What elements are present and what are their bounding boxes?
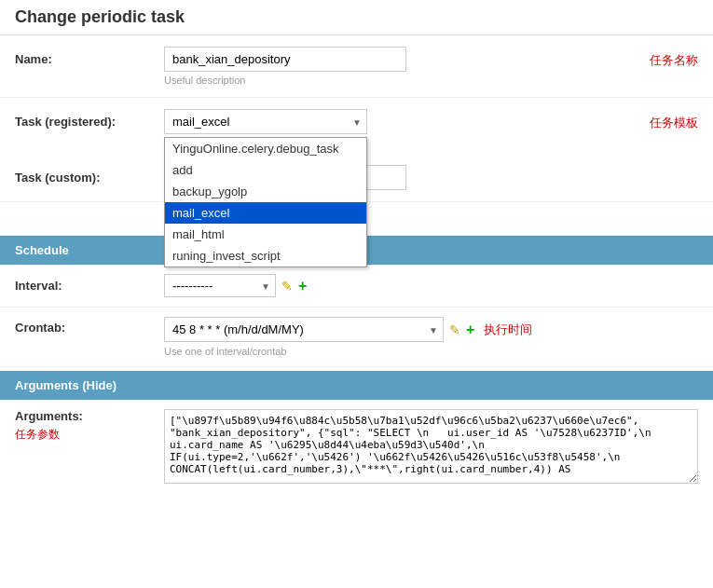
arguments-header: Arguments (Hide) bbox=[0, 371, 713, 400]
crontab-select[interactable]: 45 8 * * * (m/h/d/dM/MY) bbox=[164, 317, 444, 342]
interval-row: Interval: ---------- ▼ ✎ + bbox=[0, 265, 713, 308]
crontab-label: Crontab: bbox=[15, 317, 164, 335]
name-field: Useful description bbox=[164, 47, 638, 86]
arguments-textarea[interactable]: ["\u897f\u5b89\u94f6\u884c\u5b58\u7ba1\u… bbox=[164, 409, 698, 484]
task-custom-label: Task (custom): bbox=[15, 165, 164, 185]
task-dropdown-container: YinguOnline.celery.debug_task add backup… bbox=[164, 109, 638, 134]
dropdown-item-2[interactable]: backup_ygolp bbox=[165, 181, 366, 202]
dropdown-item-3[interactable]: mail_excel bbox=[165, 202, 366, 224]
args-annotation: 任务参数 bbox=[15, 427, 164, 443]
crontab-hint: Use one of interval/crontab bbox=[164, 346, 532, 357]
crontab-select-wrap: 45 8 * * * (m/h/d/dM/MY) ▼ bbox=[164, 317, 444, 342]
arguments-row: Arguments: 任务参数 ["\u897f\u5b89\u94f6\u88… bbox=[0, 400, 713, 496]
interval-pencil-icon[interactable]: ✎ bbox=[281, 279, 293, 294]
interval-select[interactable]: ---------- bbox=[164, 274, 276, 297]
crontab-row: Crontab: 45 8 * * * (m/h/d/dM/MY) ▼ ✎ + … bbox=[0, 308, 713, 367]
interval-plus-icon[interactable]: + bbox=[298, 278, 307, 294]
args-field: ["\u897f\u5b89\u94f6\u884c\u5b58\u7ba1\u… bbox=[164, 409, 698, 486]
args-label-wrap: Arguments: 任务参数 bbox=[15, 409, 164, 443]
args-label: Arguments: bbox=[15, 409, 164, 423]
name-annotation: 任务名称 bbox=[650, 47, 698, 69]
task-registered-field: YinguOnline.celery.debug_task add backup… bbox=[164, 109, 638, 134]
crontab-right: 45 8 * * * (m/h/d/dM/MY) ▼ ✎ + 执行时间 Use … bbox=[164, 317, 532, 357]
task-registered-select[interactable]: YinguOnline.celery.debug_task add backup… bbox=[164, 109, 367, 134]
crontab-plus-icon[interactable]: + bbox=[466, 321, 474, 338]
dropdown-item-1[interactable]: add bbox=[165, 159, 366, 181]
task-registered-label: Task (registered): bbox=[15, 109, 164, 129]
crontab-controls: 45 8 * * * (m/h/d/dM/MY) ▼ ✎ + 执行时间 bbox=[164, 317, 532, 342]
interval-controls: ---------- ▼ ✎ + bbox=[164, 274, 307, 297]
crontab-pencil-icon[interactable]: ✎ bbox=[449, 322, 460, 337]
dropdown-item-4[interactable]: mail_html bbox=[165, 224, 366, 245]
name-label: Name: bbox=[15, 47, 164, 66]
task-registered-annotation: 任务模板 bbox=[650, 109, 698, 131]
dropdown-item-0[interactable]: YinguOnline.celery.debug_task bbox=[165, 138, 366, 159]
page-header: Change periodic task bbox=[0, 0, 713, 35]
crontab-annotation: 执行时间 bbox=[484, 321, 532, 338]
name-row: Name: Useful description 任务名称 bbox=[0, 35, 713, 98]
name-input[interactable] bbox=[164, 47, 406, 72]
task-dropdown-list: YinguOnline.celery.debug_task add backup… bbox=[164, 137, 367, 267]
task-registered-select-wrapper[interactable]: YinguOnline.celery.debug_task add backup… bbox=[164, 109, 367, 134]
interval-select-wrap: ---------- ▼ bbox=[164, 274, 276, 297]
dropdown-item-5[interactable]: runing_invest_script bbox=[165, 245, 366, 267]
page-title: Change periodic task bbox=[15, 7, 185, 26]
interval-label: Interval: bbox=[15, 279, 164, 293]
form-container: Name: Useful description 任务名称 Task (regi… bbox=[0, 35, 713, 496]
name-hint: Useful description bbox=[164, 75, 638, 86]
